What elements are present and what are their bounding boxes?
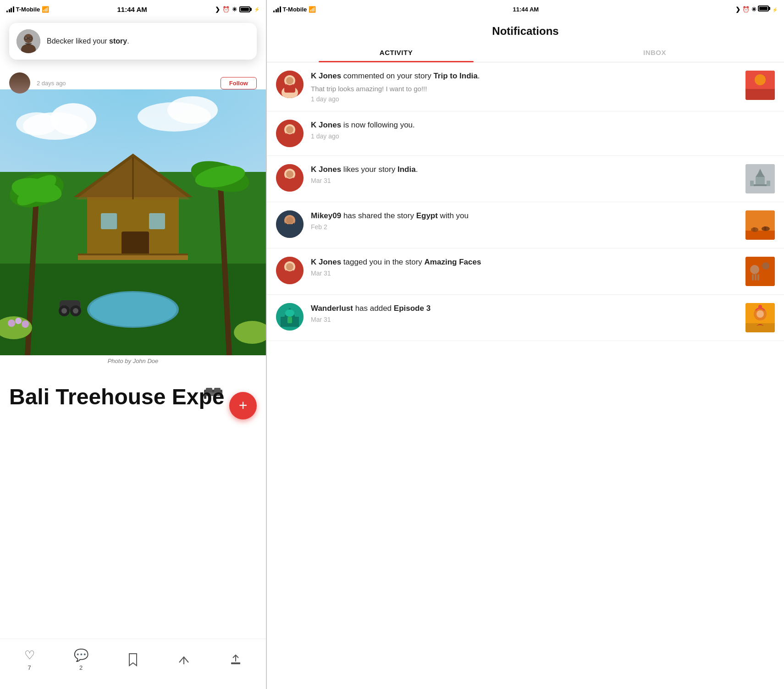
svg-point-85 <box>286 263 293 270</box>
notif-item[interactable]: K Jones likes your story India. Mar 31 <box>267 156 784 202</box>
notif-text-4: Mikey09 has shared the story Egypt with … <box>311 210 738 222</box>
wifi-icon-left: 📶 <box>42 6 49 13</box>
notif-avatar-3 <box>276 164 304 192</box>
notifications-list: K Jones commented on your story Trip to … <box>267 62 784 689</box>
svg-point-62 <box>286 126 293 133</box>
notif-item[interactable]: Mikey09 has shared the story Egypt with … <box>267 202 784 248</box>
battery-icon-right <box>758 6 770 11</box>
svg-point-41 <box>8 320 15 327</box>
tabs-container: ACTIVITY INBOX <box>267 43 784 62</box>
story-title: Bali Treehouse Expe <box>9 385 229 409</box>
notif-body-6: Wanderlust has added Episode 3 Mar 31 <box>311 303 738 324</box>
svg-point-58 <box>755 74 766 85</box>
hero-image <box>0 89 266 355</box>
comment-count: 2 <box>79 664 83 671</box>
notif-body-4: Mikey09 has shared the story Egypt with … <box>311 210 738 231</box>
wifi-icon-right: 📶 <box>309 6 316 13</box>
left-panel: T-Mobile 📶 11:44 AM ❯ ⏰ ✳ ⚡ <box>0 0 266 689</box>
notif-avatar-2 <box>276 120 304 147</box>
svg-rect-92 <box>757 274 759 281</box>
svg-rect-70 <box>754 184 767 186</box>
like-action[interactable]: ♡ 7 <box>24 648 35 671</box>
share-icon <box>177 653 190 666</box>
notif-item[interactable]: Wanderlust has added Episode 3 Mar 31 <box>267 295 784 341</box>
svg-point-66 <box>286 171 293 178</box>
comment-icon: 💬 <box>74 648 88 662</box>
svg-point-101 <box>758 305 762 309</box>
notif-thumb-4 <box>745 210 775 240</box>
prev-avatar <box>9 72 30 94</box>
tab-inbox[interactable]: INBOX <box>525 43 784 62</box>
svg-rect-59 <box>745 89 775 100</box>
svg-point-13 <box>167 96 218 124</box>
svg-rect-76 <box>284 224 295 232</box>
svg-point-38 <box>73 308 78 314</box>
svg-rect-51 <box>231 662 240 664</box>
notif-text-6: Wanderlust has added Episode 3 <box>311 303 738 314</box>
svg-point-75 <box>286 217 293 224</box>
svg-point-96 <box>285 309 294 317</box>
notif-text-5: K Jones tagged you in the story Amazing … <box>311 257 738 268</box>
svg-point-55 <box>286 77 293 84</box>
comment-action[interactable]: 💬 2 <box>74 648 88 671</box>
right-panel: T-Mobile 📶 11:44 AM ❯ ⏰ ✳ ⚡ Notification… <box>267 0 784 689</box>
notif-item[interactable]: K Jones tagged you in the story Amazing … <box>267 248 784 295</box>
notif-item[interactable]: K Jones is now following you. 1 day ago <box>267 111 784 156</box>
notif-avatar-5 <box>276 257 304 284</box>
svg-rect-87 <box>745 257 775 286</box>
svg-rect-67 <box>284 179 295 186</box>
notif-time-5: Mar 31 <box>311 270 738 277</box>
notif-text-1: K Jones commented on your story Trip to … <box>311 71 738 82</box>
bookmark-action[interactable] <box>127 653 138 667</box>
notifications-header: Notifications <box>267 18 784 38</box>
time-right: 11:44 AM <box>513 6 539 13</box>
status-bar-right: T-Mobile 📶 11:44 AM ❯ ⏰ ✳ ⚡ <box>267 0 784 18</box>
svg-rect-23 <box>149 213 165 229</box>
svg-rect-22 <box>101 213 117 229</box>
alarm-icon-left: ⏰ <box>222 6 230 13</box>
tab-activity[interactable]: ACTIVITY <box>267 43 525 62</box>
svg-point-17 <box>89 292 177 326</box>
location-icon-right: ❯ <box>735 6 740 13</box>
like-count: 7 <box>28 664 31 671</box>
share-action[interactable] <box>177 653 190 666</box>
carrier-right: T-Mobile 📶 <box>273 6 316 13</box>
toast-notification[interactable]: Bdecker liked your story. <box>9 23 257 60</box>
svg-point-11 <box>16 112 57 135</box>
notif-avatar-4 <box>276 210 304 238</box>
notif-thumb-5 <box>745 257 775 286</box>
upload-icon <box>229 653 242 666</box>
notif-body-2: K Jones is now following you. 1 day ago <box>311 120 775 140</box>
carrier-name-right: T-Mobile <box>283 6 307 13</box>
svg-rect-86 <box>284 271 295 279</box>
notif-avatar-6 <box>276 303 304 331</box>
heart-icon: ♡ <box>24 648 35 662</box>
fab-button[interactable]: + <box>229 392 257 419</box>
svg-rect-78 <box>745 231 775 240</box>
svg-rect-72 <box>767 181 770 186</box>
notif-item[interactable]: K Jones commented on your story Trip to … <box>267 62 784 111</box>
signal-icon-right <box>273 6 281 12</box>
notif-time-2: 1 day ago <box>311 132 775 140</box>
svg-point-43 <box>22 320 29 328</box>
notif-text-2: K Jones is now following you. <box>311 120 775 131</box>
notif-thumb-6 <box>745 303 775 332</box>
svg-point-10 <box>50 103 96 135</box>
charge-icon-left: ⚡ <box>254 7 259 12</box>
notif-comment-1: That trip looks amazing! I want to go!!! <box>311 84 738 94</box>
notif-text-3: K Jones likes your story India. <box>311 164 738 176</box>
charge-icon-right: ⚡ <box>772 7 778 12</box>
notif-time-6: Mar 31 <box>311 316 738 323</box>
svg-rect-80 <box>753 227 755 231</box>
plus-icon: + <box>239 398 248 413</box>
bookmark-icon <box>127 653 138 667</box>
notif-avatar-1 <box>276 71 304 98</box>
status-icons-right: ❯ ⏰ ✳ ⚡ <box>735 6 778 13</box>
svg-point-100 <box>756 310 764 318</box>
notif-time-3: Mar 31 <box>311 177 738 184</box>
svg-rect-91 <box>755 273 756 281</box>
upload-action[interactable] <box>229 653 242 666</box>
follow-button[interactable]: Follow <box>221 77 257 89</box>
toast-text: Bdecker liked your story. <box>47 36 129 46</box>
action-bar: ♡ 7 💬 2 <box>0 639 266 689</box>
